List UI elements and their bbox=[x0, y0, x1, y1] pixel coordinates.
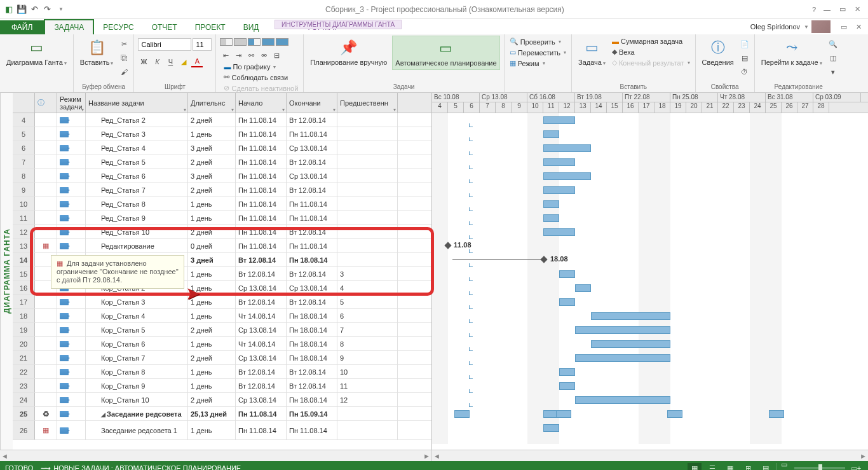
table-row[interactable]: 25♻◢Заседание редсовета25,13 днейПн 11.0… bbox=[13, 407, 431, 421]
mode-button[interactable]: ▦Режим▾ bbox=[508, 59, 546, 68]
bold-icon[interactable]: Ж bbox=[138, 56, 149, 67]
table-row[interactable]: 18Кор_Статья 41 деньЧт 14.08.14Пн 18.08.… bbox=[13, 309, 431, 323]
link-icon[interactable]: ⚯ bbox=[245, 50, 257, 61]
zoom-out-icon[interactable]: ▭— bbox=[776, 463, 790, 470]
gantt-bar[interactable] bbox=[591, 340, 670, 348]
table-row[interactable]: 24Кор_Статья 102 днейСр 13.08.14Пн 18.08… bbox=[13, 393, 431, 407]
close-icon[interactable]: ✕ bbox=[852, 5, 863, 13]
unlink-icon[interactable]: ⚮ bbox=[258, 50, 269, 61]
font-size-input[interactable] bbox=[193, 38, 212, 51]
help-icon[interactable]: ? bbox=[812, 6, 816, 13]
table-row[interactable]: 10Ред_Статья 81 деньПн 11.08.14Пн 11.08.… bbox=[13, 197, 431, 211]
h-scrollbar[interactable]: ◄► ◄► bbox=[0, 450, 868, 461]
timeline-icon[interactable]: ⏱ bbox=[739, 66, 750, 78]
table-row[interactable]: 9Ред_Статья 72 днейПн 11.08.14Вт 12.08.1… bbox=[13, 183, 431, 197]
details-icon[interactable]: ▤ bbox=[739, 52, 750, 64]
zoom-in-icon[interactable]: ▭+ bbox=[849, 463, 863, 470]
gantt-chart[interactable]: Вс 10.08Ср 13.08Сб 16.08Вт 19.08Пт 22.08… bbox=[432, 93, 868, 450]
gantt-bar[interactable] bbox=[543, 116, 575, 124]
table-row[interactable]: 11Ред_Статья 91 деньПн 11.08.14Пн 11.08.… bbox=[13, 211, 431, 225]
table-row[interactable]: 22Кор_Статья 81 деньВт 12.08.14Вт 12.08.… bbox=[13, 365, 431, 379]
table-row[interactable]: 17Кор_Статья 31 деньВт 12.08.14Вт 12.08.… bbox=[13, 295, 431, 309]
move-button[interactable]: ▭Переместить▾ bbox=[508, 48, 567, 57]
redo-icon[interactable]: ↷ bbox=[42, 4, 52, 15]
tab-task[interactable]: ЗАДАЧА bbox=[44, 19, 94, 34]
gantt-bar[interactable] bbox=[543, 186, 575, 194]
save-icon[interactable]: 💾 bbox=[17, 4, 27, 15]
clear-icon[interactable]: ◫ bbox=[827, 52, 839, 64]
tab-report[interactable]: ОТЧЕТ bbox=[143, 20, 186, 34]
zoom-slider[interactable] bbox=[794, 467, 845, 469]
split-icon[interactable]: ⊟ bbox=[271, 50, 282, 61]
col-start[interactable]: Начало▾ bbox=[236, 93, 287, 113]
view-usage-icon[interactable]: ☰ bbox=[705, 463, 719, 470]
view-gantt-icon[interactable]: ▦ bbox=[688, 463, 702, 470]
tab-resource[interactable]: РЕСУРС bbox=[94, 20, 142, 34]
table-row[interactable]: 19Кор_Статья 52 днейСр 13.08.14Пн 18.08.… bbox=[13, 323, 431, 337]
gantt-bar[interactable] bbox=[543, 228, 575, 236]
table-row[interactable]: 5Ред_Статья 31 деньПн 11.08.14Пн 11.08.1… bbox=[13, 127, 431, 141]
deliverable-button[interactable]: ◇Конечный результат▾ bbox=[611, 58, 691, 67]
copy-icon[interactable]: ⿻ bbox=[118, 52, 130, 64]
gantt-bar[interactable] bbox=[543, 158, 575, 166]
gantt-bar[interactable] bbox=[575, 326, 670, 334]
gantt-bar[interactable] bbox=[543, 130, 559, 138]
auto-button[interactable]: ▭ Автоматическое планирование bbox=[392, 36, 499, 70]
minimize-icon[interactable]: — bbox=[821, 6, 833, 13]
outdent-icon[interactable]: ⇤ bbox=[220, 50, 231, 61]
table-row[interactable]: 12Ред_Статья 102 днейПн 11.08.14Вт 12.08… bbox=[13, 225, 431, 239]
scroll-to-button[interactable]: ⤳ Перейти к задаче▾ bbox=[759, 36, 825, 70]
font-color-icon[interactable]: А bbox=[191, 56, 203, 67]
gantt-bar[interactable] bbox=[559, 270, 575, 278]
info-button[interactable]: ⓘ Сведения bbox=[700, 36, 736, 69]
undo-icon[interactable]: ↶ bbox=[29, 4, 39, 15]
gantt-bar[interactable] bbox=[543, 144, 591, 152]
underline-icon[interactable]: Ч bbox=[165, 56, 176, 67]
gantt-bar[interactable] bbox=[559, 298, 575, 306]
view-net-icon[interactable]: ⊞ bbox=[741, 463, 755, 470]
status-mode[interactable]: ⟿ НОВЫЕ ЗАДАЧИ : АВТОМАТИЧЕСКОЕ ПЛАНИРОВ… bbox=[41, 464, 241, 471]
col-name[interactable]: Название задачи▾ bbox=[86, 93, 188, 113]
task-insert-button[interactable]: ▭ Задача▾ bbox=[576, 36, 608, 70]
italic-icon[interactable]: К bbox=[151, 56, 163, 67]
on-track-button[interactable]: ▬По графику▾ bbox=[222, 62, 277, 71]
tab-project[interactable]: ПРОЕКТ bbox=[186, 20, 234, 34]
gantt-bar[interactable] bbox=[591, 312, 670, 320]
col-duration[interactable]: Длительнс▾ bbox=[188, 93, 236, 113]
col-indicator[interactable]: ⓘ bbox=[35, 93, 57, 113]
table-row[interactable]: 4Ред_Статья 22 днейПн 11.08.14Вт 12.08.1… bbox=[13, 113, 431, 127]
respect-links-button[interactable]: ⚯Соблюдать связи bbox=[222, 73, 289, 82]
gantt-button[interactable]: ▭ Диаграмма Ганта▾ bbox=[4, 36, 69, 70]
gantt-bar[interactable] bbox=[575, 354, 670, 362]
table-row[interactable]: 23Кор_Статья 91 деньВт 12.08.14Вт 12.08.… bbox=[13, 379, 431, 393]
notes-icon[interactable]: 📄 bbox=[739, 38, 750, 50]
gantt-bar[interactable] bbox=[559, 382, 575, 390]
gantt-bar[interactable] bbox=[575, 284, 591, 292]
fill-icon[interactable]: ▾ bbox=[827, 66, 839, 78]
format-painter-icon[interactable]: 🖌 bbox=[118, 66, 130, 78]
col-end[interactable]: Окончани▾ bbox=[287, 93, 337, 113]
paste-button[interactable]: 📋 Вставить▾ bbox=[78, 36, 116, 70]
col-pred[interactable]: Предшественн▾ bbox=[337, 93, 398, 113]
gantt-bar[interactable] bbox=[559, 368, 575, 376]
maximize-icon[interactable]: ▭ bbox=[837, 5, 848, 13]
inactivate-button[interactable]: ⊘Сделать неактивной bbox=[222, 83, 299, 93]
table-row[interactable]: 6Ред_Статья 43 днейПн 11.08.14Ср 13.08.1… bbox=[13, 141, 431, 155]
user-account[interactable]: Oleg Spiridonov▼ bbox=[749, 19, 832, 34]
gantt-bar[interactable] bbox=[543, 214, 559, 222]
table-row[interactable]: 21Кор_Статья 72 днейСр 13.08.14Пн 18.08.… bbox=[13, 351, 431, 365]
grid-header[interactable]: ⓘ Режим задачи▾ Название задачи▾ Длитель… bbox=[13, 93, 431, 113]
fill-color-icon[interactable]: ◢ bbox=[178, 56, 189, 67]
table-row[interactable]: 20Кор_Статья 61 деньЧт 14.08.14Пн 18.08.… bbox=[13, 337, 431, 351]
cut-icon[interactable]: ✂ bbox=[118, 38, 130, 50]
qat-dropdown-icon[interactable]: ▼ bbox=[56, 4, 66, 15]
tab-file[interactable]: ФАЙЛ bbox=[0, 20, 44, 34]
manual-button[interactable]: 📌 Планирование вручную bbox=[308, 36, 390, 69]
doc-close-icon[interactable]: ✕ bbox=[853, 23, 864, 31]
table-row[interactable]: 13▦Редактирование0 днейПн 11.08.14Пн 11.… bbox=[13, 239, 431, 253]
gantt-bar[interactable] bbox=[543, 200, 559, 208]
find-icon[interactable]: 🔍 bbox=[827, 38, 839, 50]
table-row[interactable]: 8Ред_Статья 63 днейПн 11.08.14Ср 13.08.1… bbox=[13, 169, 431, 183]
view-cal-icon[interactable]: ▦ bbox=[723, 463, 737, 470]
tab-view[interactable]: ВИД bbox=[234, 20, 268, 34]
